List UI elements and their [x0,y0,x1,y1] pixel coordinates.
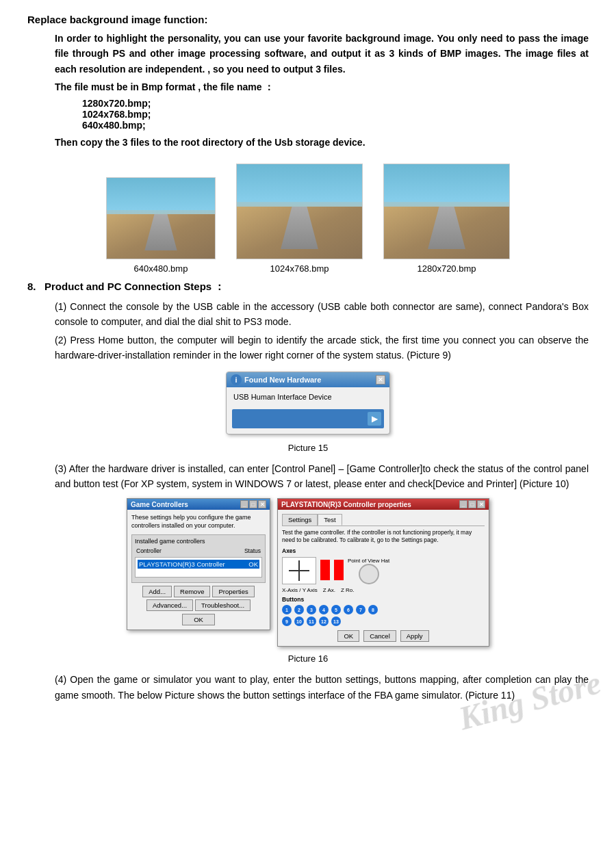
section-7-para1: In order to highlight the personality, y… [55,31,589,77]
picture-16-label: Picture 16 [27,653,589,664]
game-controllers-dialog: Game Controllers _ □ ✕ These settings he… [127,498,270,630]
btn-circle-7: 7 [356,605,365,614]
btn-circle-5: 5 [331,605,341,614]
ps3-titlebar: PLAYSTATION(R)3 Controller properties _ … [278,499,489,510]
button-circles-row2: 9 10 11 12 13 [282,617,485,626]
ps3-tabs: Settings Test [282,514,485,526]
pov-label: Point of View Hat [348,558,389,564]
found-hardware-popup-container: i Found New Hardware ✕ USB Human Interfa… [219,372,397,435]
axis-labels: X-Axis / Y Axis Z Ax. Z Ro. [282,587,485,593]
controllers-header: Controller Status [135,547,262,555]
ps3-description: Test the game controller. If the control… [282,529,485,544]
btn-circle-11: 11 [307,617,316,626]
controllers-body: These settings help you configure the ga… [127,510,270,629]
section-8-step2: (2) Press Home button, the computer will… [55,333,589,363]
btn-circle-12: 12 [319,617,329,626]
image-1280x720 [383,164,510,259]
controllers-ok-row: OK [131,614,266,625]
btn-circle-3: 3 [307,605,316,614]
popup-title: Found New Hardware [244,376,321,384]
add-button[interactable]: Add... [142,586,172,597]
btn-circle-2: 2 [294,605,304,614]
image-1024x768 [236,164,363,259]
section-8-step4: (4) Open the game or simulator you want … [55,672,589,703]
z-rot-bar [334,560,344,582]
dialogs-row: Game Controllers _ □ ✕ These settings he… [27,498,589,647]
ps3-maximize-btn[interactable]: □ [468,500,476,508]
image-label-2: 1024x768.bmp [270,263,329,274]
controllers-section-label: Installed game controllers [135,538,262,545]
ps3-cancel-button[interactable]: Cancel [363,630,396,642]
filename-3: 640x480.bmp; [82,120,589,131]
popup-titlebar-icons: ✕ [376,375,385,385]
image-label-3: 1280x720.bmp [417,263,476,274]
filename-2: 1024x768.bmp; [82,109,589,120]
ps3-body: Settings Test Test the game controller. … [278,510,489,646]
ps3-apply-button[interactable]: Apply [400,630,429,642]
picture-15-label: Picture 15 [27,443,589,453]
pov-section: Point of View Hat [348,558,389,584]
controllers-title: Game Controllers [131,501,188,508]
ps3-close-btn[interactable]: ✕ [477,500,485,508]
z-rot-label: Z Ro. [341,587,355,593]
btn-circle-10: 10 [294,617,304,626]
popup-subtitle: USB Human Interface Device [233,393,332,401]
col-controller: Controller [136,547,162,554]
btn-circle-9: 9 [282,617,292,626]
properties-button[interactable]: Properties [212,586,254,597]
ps3-ok-button[interactable]: OK [337,630,359,642]
troubleshoot-button[interactable]: Troubleshoot... [195,599,251,611]
ps3-buttons-section: Buttons 1 2 3 4 5 6 7 8 9 [282,596,485,626]
ps3-dialog-buttons: OK Cancel Apply [282,630,485,642]
ps3-controller-dialog: PLAYSTATION(R)3 Controller properties _ … [277,498,489,647]
controllers-btns-row1: Add... Remove Properties [131,586,266,597]
controller-row-1[interactable]: PLAYSTATION(R)3 Controller OK [138,560,259,569]
pov-circle [359,564,379,584]
axis-cross-icon [289,560,309,581]
ps3-title: PLAYSTATION(R)3 Controller properties [281,501,411,508]
page-content: Replace background image function: In or… [27,14,589,703]
btn-circle-1: 1 [282,605,292,614]
remove-button[interactable]: Remove [174,586,210,597]
popup-body: USB Human Interface Device [227,387,389,406]
ps3-minimize-btn[interactable]: _ [459,500,467,508]
controllers-close-btn[interactable]: ✕ [258,500,266,508]
section-8: 8. Product and PC Connection Steps ： (1)… [27,281,589,703]
found-hardware-popup: i Found New Hardware ✕ USB Human Interfa… [226,372,390,435]
popup-titlebar: i Found New Hardware ✕ [227,372,389,387]
tab-settings[interactable]: Settings [282,514,318,526]
axes-label: Axes [282,547,485,554]
controllers-titlebar: Game Controllers _ □ ✕ [127,499,270,510]
section-8-step3: (3) After the hardware driver is install… [55,461,589,492]
section-8-heading: 8. Product and PC Connection Steps ： [27,281,589,294]
btn-circle-4: 4 [319,605,329,614]
image-block-3: 1280x720.bmp [383,164,510,274]
controllers-maximize-btn[interactable]: □ [249,500,257,508]
popup-info-icon: i [231,374,242,385]
controllers-btns-row2: Advanced... Troubleshoot... [131,599,266,611]
tab-test[interactable]: Test [318,514,342,526]
advanced-button[interactable]: Advanced... [146,599,193,611]
x-axis-label: X-Axis / Y Axis [282,587,318,593]
section-7-para2: The file must be in Bmp format , the fil… [55,79,589,94]
popup-arrow-icon: ▶ [368,412,381,426]
popup-close-btn[interactable]: ✕ [376,375,385,385]
image-block-2: 1024x768.bmp [236,164,363,274]
btn-circle-8: 8 [368,605,378,614]
controllers-section: Installed game controllers Controller St… [131,534,266,583]
xy-axis-box [282,557,316,584]
buttons-label: Buttons [282,596,485,603]
controllers-minimize-btn[interactable]: _ [240,500,248,508]
controllers-description: These settings help you configure the ga… [131,514,266,530]
controllers-ok-button[interactable]: OK [182,614,215,625]
z-ax-bar [320,560,330,582]
section-8-step1: (1) Connect the console by the USB cable… [55,299,589,330]
image-block-1: 640x480.bmp [106,177,216,274]
z-axis-label: Z Ax. [323,587,335,593]
ps3-axes-section: Axes [282,547,485,593]
col-status: Status [244,547,261,554]
bmp-images-row: 640x480.bmp 1024x768.bmp 1280x720.bmp [27,164,589,274]
section-7-heading: Replace background image function: [27,14,589,25]
z-axis-bars [320,560,344,582]
popup-blue-bar: ▶ [232,409,384,428]
